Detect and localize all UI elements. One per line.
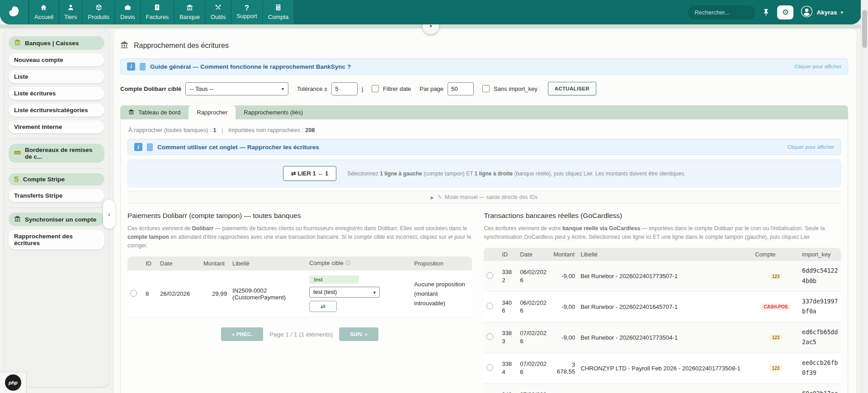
account-badge: 123 [769,365,783,372]
prev-page-button[interactable]: « PRÉC. [221,327,263,341]
menu-compta[interactable]: Compta [263,0,294,24]
guide-banner-toggle[interactable]: Cliquer pour afficher [795,64,841,69]
swap-account-button[interactable]: ⇄ [309,301,337,312]
col-id: ID [499,248,517,261]
info-icon: i [127,62,135,71]
topbar-right: ⚙ Akyras ▾ [688,0,861,24]
search-input[interactable] [688,5,755,19]
cell-amount: -9,00 [551,384,578,393]
help-banner[interactable]: i Comment utiliser cet onglet — Rapproch… [127,139,841,155]
cell-id: 3383 [499,322,517,353]
menu-produits[interactable]: Produits [83,0,114,24]
page-info: Page 1 / 1 (1 éléments) [269,331,333,338]
sidebar-item[interactable]: Liste écritures/catégories [9,104,104,117]
menu-label: Factures [146,14,169,20]
sidebar-header-stripe[interactable]: S Compte Stripe [9,173,104,185]
sidebar-section-banques: Banques | Caisses Nouveau compte Liste L… [9,35,104,137]
user-menu[interactable]: Akyras ▾ [801,5,843,19]
global-search[interactable] [688,5,755,19]
transaction-row-radio[interactable] [486,333,493,340]
sidebar-item[interactable]: Virement interne [9,120,104,133]
menu-outils[interactable]: Outils [206,0,231,24]
manual-mode-toggle[interactable]: ▶✎Mode manuel — saisie directe des IDs [127,191,841,204]
per-page-label: Par page [420,85,443,92]
sidebar-section-remises: Bordereaux de remises de c... [9,139,104,166]
info-circle-icon[interactable]: ⓘ [345,260,351,266]
refresh-button[interactable]: ACTUALISER [548,82,596,95]
cube-icon [95,4,102,12]
account-filter-label: Compte Dolibarr ciblé [120,85,181,92]
bank-icon [14,39,21,47]
transaction-row[interactable]: 3407 07/02/2026 -9,00 Bet Runebor - 2026… [484,384,841,393]
guide-banner[interactable]: i Guide général — Comment fonctionne le … [120,58,848,75]
page-title-row: Rapprochement des écritures [120,41,848,50]
transaction-row-radio[interactable] [486,364,493,371]
tab-reconcile[interactable]: Rapprocher [189,105,236,119]
pencil-icon: ✎ [438,194,442,200]
sidebar-item[interactable]: Rapprochement des écritures [9,230,104,250]
target-account-select[interactable]: test (test) ▾ [309,287,380,298]
cell-id: 3407 [499,384,517,393]
payment-row-radio[interactable] [130,290,137,297]
settings-button[interactable]: ⚙ [777,5,793,19]
pin-icon[interactable] [762,9,770,16]
menu-label: Produits [88,14,109,20]
help-banner-toggle[interactable]: Cliquer pour afficher [788,144,834,150]
per-page-input[interactable] [448,82,474,95]
menu-label: Devis [120,14,135,20]
stats-line: À rapprocher (toutes banques) : 1 | Impo… [127,124,841,139]
transaction-row[interactable]: 3406 06/02/2026 -9,00 Bet Runebor - 2026… [484,292,841,322]
menu-support[interactable]: ? Support [231,0,262,24]
php-debug-badge[interactable]: php [5,374,21,391]
filter-date-checkbox[interactable] [372,85,379,92]
cell-proposal: Aucune proposition (montant introuvable) [411,270,472,317]
transaction-row[interactable]: 3382 06/02/2026 -9,00 Bet Runebor - 2026… [484,261,841,292]
sidebar-item[interactable]: Liste écritures [9,87,104,100]
menu-tiers[interactable]: Tiers [59,0,82,24]
scrollbar-thumb[interactable] [862,10,867,48]
tab-linked[interactable]: Rapprochements (liés) [236,105,311,119]
tab-label: Rapprochements (liés) [244,109,303,116]
account-badge: 123 [769,334,783,341]
transactions-table: ID Date Montant Libellé Compte import_ke… [484,248,841,393]
gear-icon: ⚙ [782,9,789,16]
cell-date: 06/02/2026 [517,292,551,322]
menu-devis[interactable]: Devis [115,0,140,24]
sidebar-header-sync[interactable]: Synchroniser un compte [9,213,104,226]
tolerance-input[interactable] [331,82,358,95]
sidebar-header-remises[interactable]: Bordereaux de remises de c... [9,144,104,163]
tab-dashboard[interactable]: Tableau de bord [120,105,189,119]
menu-banque[interactable]: Banque [175,0,205,24]
sidebar-section-stripe: S Compte Stripe Transferts Stripe [9,168,104,206]
sans-import-key-checkbox[interactable] [482,85,490,92]
payments-panel-description: Ces écritures viennent de Dolibarr — pai… [127,224,472,250]
next-page-button[interactable]: SUIV. » [339,327,378,341]
tools-icon [215,4,222,12]
sidebar-item[interactable]: Liste [9,70,104,83]
dolibarr-logo[interactable] [0,0,28,24]
menu-accueil[interactable]: Accueil [29,0,58,24]
cell-id: 3384 [499,353,517,384]
page-scrollbar[interactable] [861,0,868,393]
stats-value-2: 208 [305,127,315,133]
menu-factures[interactable]: Factures [141,0,174,24]
sidebar-item[interactable]: Transferts Stripe [9,189,104,202]
sidebar-header-label: Synchroniser un compte [25,216,96,223]
calculator-icon [275,4,282,12]
sidebar-item[interactable]: Nouveau compte [9,53,104,66]
home-icon [40,4,47,12]
cell-id: 8 [143,270,157,317]
transaction-row-radio[interactable] [486,272,493,279]
radio-column-header [484,248,499,261]
payment-row[interactable]: 8 26/02/2026 29,99 IN2509-0002 (Customer… [127,270,472,317]
sidebar-collapse-handle[interactable]: ‹ [103,200,115,229]
account-select[interactable]: -- Tous -- ▾ [185,82,288,95]
cell-amount: 3 678,55 [551,353,578,384]
transaction-row[interactable]: 3383 07/02/2026 -9,00 Bet Runebor - 2026… [484,322,841,353]
cell-date: 07/02/2026 [517,353,551,384]
transaction-row-radio[interactable] [486,303,493,309]
sidebar-header-label: Bordereaux de remises de c... [25,147,99,160]
link-button[interactable]: ⇄ LIER 1 ↔ 1 [283,166,336,181]
transaction-row[interactable]: 3384 07/02/2026 3 678,55 CHRONZYP LTD - … [484,353,841,384]
sidebar-header-banques[interactable]: Banques | Caisses [9,36,104,50]
